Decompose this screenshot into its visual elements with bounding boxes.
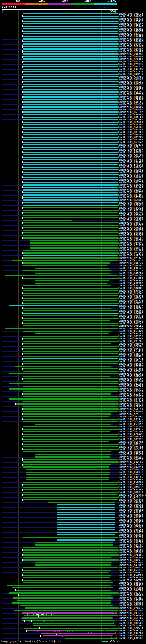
alignment-bar[interactable] [57,519,115,520]
alignment-bar[interactable] [12,260,118,261]
alignment-bar[interactable] [22,436,118,437]
alignment-bar[interactable] [22,318,118,319]
alignment-bar[interactable] [9,592,118,594]
alignment-bar[interactable] [22,56,118,57]
alignment-bar[interactable] [22,142,118,143]
alignment-bar[interactable] [22,18,118,20]
alignment-bar[interactable] [9,373,118,374]
alignment-bar[interactable] [22,112,118,113]
alignment-bar[interactable] [22,466,109,468]
alignment-bar[interactable] [15,590,111,591]
hit-label[interactable]: UniRef100_Q9FGL2 [119,325,143,327]
alignment-bar[interactable] [22,184,118,186]
alignment-bar[interactable] [22,391,118,392]
alignment-bar[interactable] [22,116,118,118]
alignment-bar[interactable] [22,396,118,397]
alignment-bar[interactable] [22,124,118,125]
alignment-bar[interactable] [22,554,118,556]
alignment-bar[interactable] [57,517,115,518]
alignment-bar[interactable] [22,159,118,160]
alignment-bar[interactable] [22,66,118,67]
alignment-bar[interactable] [22,38,118,40]
alignment-bar[interactable] [22,353,118,354]
alignment-bar[interactable] [22,54,118,54]
alignment-bar[interactable] [22,462,118,462]
alignment-bar[interactable] [22,258,118,258]
alignment-bar[interactable] [22,132,118,133]
alignment-bar[interactable] [22,431,110,432]
alignment-bar[interactable] [22,438,118,440]
alignment-bar[interactable] [57,509,115,510]
alignment-bar[interactable] [22,134,118,135]
alignment-bar[interactable] [26,476,109,478]
alignment-bar[interactable] [9,383,118,384]
hit-label[interactable]: UniRef100_B9HM49 [119,73,143,76]
alignment-bar[interactable] [22,46,118,47]
alignment-bar[interactable] [22,237,118,238]
alignment-bar[interactable] [22,612,116,614]
alignment-bar[interactable] [22,552,118,553]
alignment-bar[interactable] [35,454,111,455]
alignment-bar[interactable] [13,598,113,598]
alignment-bar[interactable] [35,282,108,284]
alignment-bar[interactable] [22,44,118,44]
alignment-bar[interactable] [57,527,115,528]
alignment-bar[interactable] [57,524,115,526]
alignment-bar[interactable] [22,313,118,314]
alignment-bar[interactable] [22,570,111,571]
alignment-bar[interactable] [22,250,118,251]
alignment-bar[interactable] [9,305,118,306]
alignment-bar[interactable] [22,129,118,130]
alignment-bar[interactable] [22,323,118,324]
alignment-bar[interactable] [22,567,118,568]
alignment-bar[interactable] [22,499,118,500]
alignment-bar[interactable] [22,217,118,218]
alignment-bar[interactable] [9,388,118,390]
alignment-bar[interactable] [22,119,118,120]
alignment-bar[interactable] [22,235,118,236]
alignment-bar[interactable] [22,340,118,342]
alignment-bar[interactable] [22,315,118,316]
alignment-bar[interactable] [22,149,118,150]
alignment-bar[interactable] [22,96,118,98]
alignment-bar[interactable] [15,366,111,367]
alignment-bar[interactable] [22,421,118,422]
alignment-bar[interactable] [22,449,118,450]
alignment-bar[interactable] [22,494,118,495]
alignment-bar[interactable] [22,394,111,394]
alignment-bar[interactable] [22,51,118,52]
alignment-bar[interactable] [22,537,118,538]
alignment-bar[interactable] [22,68,118,70]
alignment-bar[interactable] [22,252,118,254]
alignment-bar[interactable] [26,474,110,475]
alignment-bar[interactable] [22,89,118,90]
alignment-bar[interactable] [35,424,111,425]
alignment-bar[interactable] [22,86,118,88]
alignment-bar[interactable] [22,162,118,163]
alignment-bar[interactable] [22,194,118,196]
alignment-bar[interactable] [57,532,118,533]
alignment-bar[interactable] [26,469,110,470]
alignment-bar[interactable] [22,13,118,14]
alignment-bar[interactable] [22,346,118,347]
alignment-bar[interactable] [9,398,118,400]
alignment-bar[interactable] [57,534,115,536]
alignment-bar[interactable] [22,172,118,173]
alignment-bar[interactable] [35,272,110,274]
alignment-bar[interactable] [22,81,118,82]
alignment-bar[interactable] [22,48,118,50]
alignment-bar[interactable] [30,248,118,248]
alignment-bar[interactable] [65,638,116,639]
alignment-bar[interactable] [22,489,118,490]
alignment-bar[interactable] [15,404,118,404]
alignment-bar[interactable] [35,456,110,458]
alignment-bar[interactable] [22,486,118,488]
alignment-bar[interactable] [22,114,118,115]
alignment-bar[interactable] [22,300,118,301]
alignment-bar[interactable] [22,84,118,85]
alignment-bar[interactable] [57,514,115,516]
alignment-bar[interactable] [22,451,111,452]
alignment-bar[interactable] [22,169,118,170]
alignment-bar[interactable] [22,497,118,498]
alignment-bar[interactable] [22,33,118,34]
